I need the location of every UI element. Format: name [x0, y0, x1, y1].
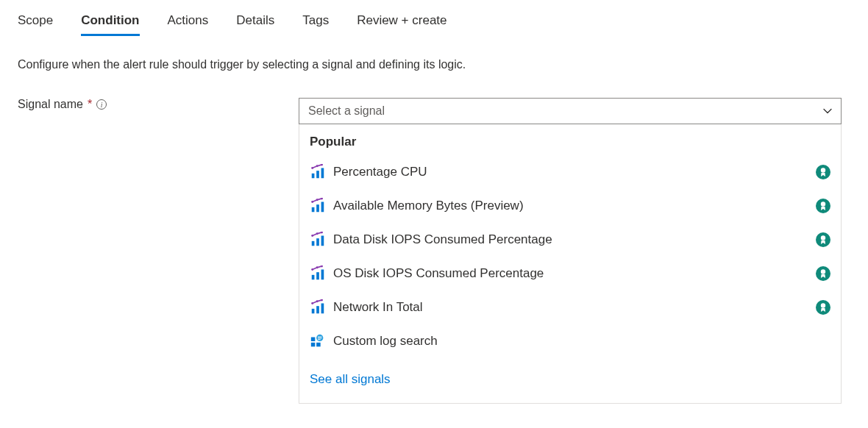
svg-rect-42 [316, 343, 321, 347]
svg-rect-1 [316, 171, 319, 178]
svg-rect-16 [312, 241, 315, 246]
svg-point-15 [821, 201, 825, 206]
recommended-badge-icon [816, 266, 830, 281]
signal-item-network-in-total[interactable]: Network In Total [299, 290, 841, 324]
svg-rect-32 [312, 309, 315, 313]
svg-point-4 [316, 165, 319, 167]
svg-rect-34 [321, 304, 324, 314]
svg-point-7 [821, 168, 825, 172]
svg-point-27 [311, 268, 313, 271]
svg-point-35 [311, 302, 313, 304]
metric-chart-icon [310, 265, 326, 282]
svg-rect-26 [321, 270, 324, 280]
signal-item-label: Percentage CPU [333, 165, 816, 179]
svg-rect-18 [321, 236, 324, 246]
tab-actions[interactable]: Actions [168, 13, 209, 35]
signal-item-label: Available Memory Bytes (Preview) [333, 199, 816, 213]
svg-point-11 [311, 201, 313, 203]
svg-point-23 [821, 235, 825, 240]
field-label-text: Signal name [18, 98, 83, 111]
tab-details[interactable]: Details [236, 13, 274, 35]
svg-rect-24 [312, 275, 315, 279]
chevron-down-icon [823, 107, 832, 115]
signal-item-data-disk-iops[interactable]: Data Disk IOPS Consumed Percentage [299, 223, 841, 257]
tab-scope[interactable]: Scope [18, 13, 53, 35]
svg-rect-41 [311, 343, 316, 347]
svg-point-36 [316, 300, 319, 302]
svg-rect-9 [316, 204, 319, 212]
signal-item-custom-log-search[interactable]: Custom log search [299, 324, 841, 358]
svg-point-12 [316, 199, 319, 201]
see-all-signals-link[interactable]: See all signals [310, 372, 391, 386]
signal-dropdown[interactable]: Select a signal [299, 98, 842, 124]
svg-point-31 [821, 269, 825, 274]
see-all-row: See all signals [299, 358, 841, 403]
metric-chart-icon [310, 198, 326, 214]
svg-rect-45 [318, 338, 322, 338]
svg-rect-8 [312, 207, 315, 212]
svg-rect-10 [321, 202, 324, 213]
svg-point-39 [821, 303, 825, 307]
required-asterisk: * [88, 98, 92, 111]
signal-item-os-disk-iops[interactable]: OS Disk IOPS Consumed Percentage [299, 257, 841, 290]
metric-chart-icon [310, 164, 326, 180]
svg-rect-17 [316, 238, 319, 246]
metric-chart-icon [310, 299, 326, 315]
tab-condition[interactable]: Condition [81, 13, 139, 35]
svg-rect-40 [311, 338, 316, 342]
svg-rect-44 [318, 337, 322, 338]
recommended-badge-icon [816, 232, 830, 247]
svg-rect-46 [318, 339, 321, 340]
info-icon[interactable]: i [96, 99, 107, 110]
svg-point-20 [316, 232, 319, 235]
recommended-badge-icon [816, 165, 830, 179]
recommended-badge-icon [816, 199, 830, 213]
svg-point-19 [311, 235, 313, 237]
svg-point-28 [316, 266, 319, 268]
signal-item-label: Network In Total [333, 300, 816, 315]
dropdown-section-title: Popular [299, 124, 841, 155]
recommended-badge-icon [816, 300, 830, 315]
signal-dropdown-wrap: Select a signal Popular Percentage CPU A… [299, 98, 842, 404]
svg-rect-2 [321, 168, 324, 179]
signal-name-label: Signal name * i [18, 98, 293, 111]
page-description: Configure when the alert rule should tri… [18, 58, 850, 71]
metric-chart-icon [310, 232, 326, 248]
signal-name-row: Signal name * i Select a signal Popular … [18, 98, 850, 404]
log-search-icon [310, 333, 326, 349]
tab-review-create[interactable]: Review + create [357, 13, 447, 35]
svg-rect-25 [316, 272, 319, 279]
signal-item-label: Data Disk IOPS Consumed Percentage [333, 232, 816, 247]
svg-rect-33 [316, 306, 319, 313]
svg-rect-0 [312, 174, 315, 178]
tabs-bar: Scope Condition Actions Details Tags Rev… [18, 0, 850, 36]
signal-item-percentage-cpu[interactable]: Percentage CPU [299, 155, 841, 189]
svg-point-3 [311, 167, 313, 169]
tab-tags[interactable]: Tags [302, 13, 329, 35]
signal-item-available-memory[interactable]: Available Memory Bytes (Preview) [299, 189, 841, 223]
signal-item-label: Custom log search [333, 334, 830, 349]
dropdown-placeholder: Select a signal [308, 104, 385, 118]
signal-dropdown-panel: Popular Percentage CPU Available Memory … [299, 124, 842, 404]
signal-item-label: OS Disk IOPS Consumed Percentage [333, 266, 816, 281]
